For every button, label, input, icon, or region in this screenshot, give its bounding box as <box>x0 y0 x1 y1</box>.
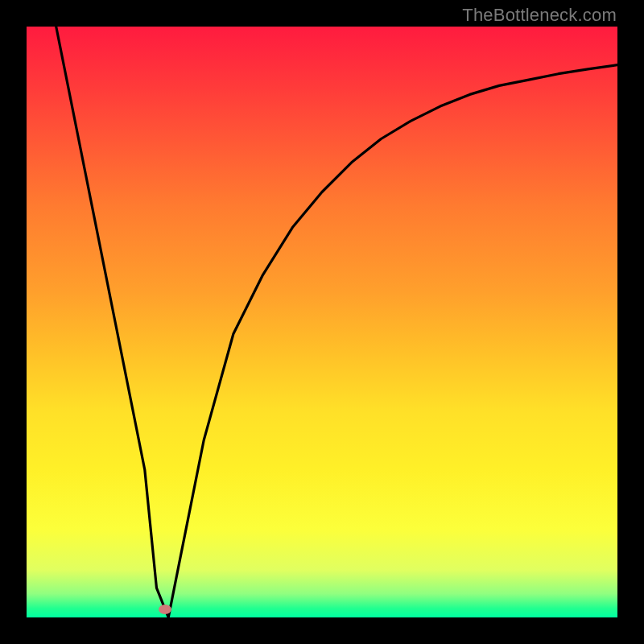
optimum-marker <box>159 605 171 614</box>
curve-svg <box>27 27 617 617</box>
watermark-text: TheBottleneck.com <box>462 5 617 26</box>
chart-frame: TheBottleneck.com <box>0 0 644 644</box>
bottleneck-curve <box>56 27 617 617</box>
plot-area <box>27 27 617 617</box>
